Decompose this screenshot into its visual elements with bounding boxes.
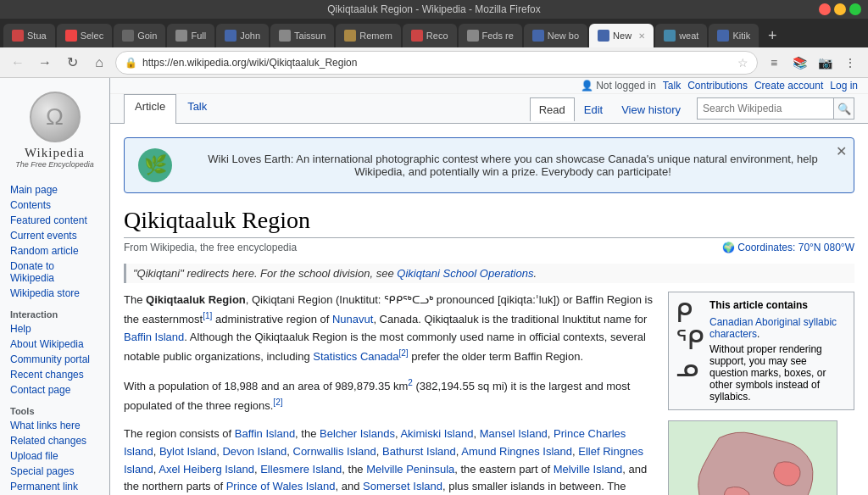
sidebar-item-about[interactable]: About Wikipedia [0, 336, 109, 352]
sidebar-item-contact[interactable]: Contact page [0, 382, 109, 398]
from-text: From Wikipedia, the free encyclopedia [124, 242, 297, 253]
link-baffin[interactable]: Baffin Island [235, 427, 295, 440]
map-svg: Nunavut / Canada [669, 420, 837, 495]
sidebar-item-special-pages[interactable]: Special pages [0, 464, 109, 479]
link-nunavut[interactable]: Nunavut [332, 313, 373, 325]
sidebar-item-help[interactable]: Help [0, 321, 109, 336]
address-text: https://en.wikipedia.org/wiki/Qikiqtaalu… [142, 57, 732, 69]
tab-favicon [122, 30, 134, 42]
tab-label: New bo [548, 31, 579, 41]
search-button[interactable]: 🔍 [833, 98, 854, 119]
link-ellesmere[interactable]: Ellesmere Island [260, 463, 342, 476]
link-devon[interactable]: Devon Island [222, 445, 287, 458]
link-syllabics[interactable]: Canadian Aboriginal syllabic characters [709, 316, 837, 340]
browser-tabs: Stua Selec Goin Full John Taissun Remem … [0, 19, 868, 47]
sidebar-item-upload[interactable]: Upload file [0, 448, 109, 464]
sidebar-item-what-links[interactable]: What links here [0, 418, 109, 433]
link-baffin-island[interactable]: Baffin Island [124, 331, 184, 343]
tab-view-history[interactable]: View history [612, 97, 690, 121]
sidebar-item-permanent-link[interactable]: Permanent link [0, 479, 109, 494]
tab-label: Remem [359, 31, 392, 41]
tab-goin[interactable]: Goin [114, 24, 165, 47]
tab-favicon [344, 30, 356, 42]
tab-label: Reco [426, 31, 448, 41]
menu-icon[interactable]: ≡ [763, 52, 785, 74]
search-input[interactable] [698, 98, 833, 119]
article-tabs: Article Talk Read Edit View history 🔍 [110, 94, 868, 124]
bookmark-icon[interactable]: ☆ [737, 56, 748, 70]
sidebar-item-community[interactable]: Community portal [0, 352, 109, 367]
tab-full[interactable]: Full [167, 24, 214, 47]
link-statistics-canada[interactable]: Statistics Canada [313, 350, 398, 363]
tab-label: weat [679, 31, 698, 41]
sidebar-item-main-page[interactable]: Main page [0, 182, 109, 197]
new-tab-button[interactable]: + [760, 24, 784, 47]
address-bar[interactable]: 🔒 https://en.wikipedia.org/wiki/Qikiqtaa… [115, 51, 758, 75]
paragraph-2: With a population of 18,988 and an area … [124, 376, 654, 415]
sidebar-item-store[interactable]: Wikipedia store [0, 286, 109, 301]
tab-article[interactable]: Article [124, 94, 176, 124]
article-text: The Qikiqtaaluk Region, Qikiqtani Region… [124, 292, 654, 495]
not-logged-in: 👤 Not logged in [581, 80, 656, 92]
sidebar-item-random[interactable]: Random article [0, 243, 109, 259]
home-button[interactable]: ⌂ [88, 52, 110, 74]
link-bylot[interactable]: Bylot Island [159, 445, 216, 458]
tab-john[interactable]: John [216, 24, 269, 47]
tab-selec[interactable]: Selec [57, 24, 113, 47]
sidebar-item-recent-changes[interactable]: Recent changes [0, 367, 109, 382]
tab-newbo[interactable]: New bo [524, 24, 587, 47]
link-melville-island[interactable]: Melville Island [554, 463, 623, 476]
link-bathurst[interactable]: Bathurst Island [382, 445, 456, 458]
tab-weat[interactable]: weat [655, 24, 707, 47]
notice-close-button[interactable]: ✕ [836, 143, 847, 159]
tab-read[interactable]: Read [530, 97, 575, 121]
screenshot-icon[interactable]: 📷 [814, 52, 836, 74]
contributions-link[interactable]: Contributions [687, 80, 748, 92]
tab-stua[interactable]: Stua [3, 24, 55, 47]
minimize-window-button[interactable] [834, 3, 846, 15]
paragraph-1: The Qikiqtaaluk Region, Qikiqtani Region… [124, 292, 654, 366]
tab-favicon [598, 30, 609, 42]
link-axel[interactable]: Axel Heiberg Island [159, 463, 254, 476]
link-melville-peninsula[interactable]: Melville Peninsula [366, 463, 454, 476]
wiki-globe [30, 92, 81, 142]
tab-kitik[interactable]: Kitik [709, 24, 759, 47]
interaction-title: Interaction [0, 308, 109, 321]
search-box: 🔍 [697, 97, 854, 120]
tab-new-active[interactable]: New ✕ [589, 24, 654, 47]
log-in-link[interactable]: Log in [830, 80, 858, 92]
sidebar-item-current-events[interactable]: Current events [0, 228, 109, 243]
notice-box: 🌿 Wiki Loves Earth: An international pho… [124, 137, 854, 193]
link-somerset[interactable]: Somerset Island [363, 480, 442, 492]
tab-reco[interactable]: Reco [403, 24, 457, 47]
link-cornwallis[interactable]: Cornwallis Island [293, 445, 376, 458]
link-amund[interactable]: Amund Ringnes Island [461, 445, 572, 458]
link-akimiski[interactable]: Akimiski Island [400, 427, 473, 440]
tab-remem[interactable]: Remem [336, 24, 401, 47]
forward-button[interactable]: → [34, 52, 56, 74]
sidebar-item-featured[interactable]: Featured content [0, 213, 109, 228]
tab-talk[interactable]: Talk [176, 94, 218, 124]
tab-favicon [175, 30, 187, 42]
talk-link[interactable]: Talk [663, 80, 681, 92]
tab-feds[interactable]: Feds re [459, 24, 522, 47]
back-button[interactable]: ← [7, 52, 29, 74]
create-account-link[interactable]: Create account [754, 80, 823, 92]
redirect-link[interactable]: Qikiqtani School Operations [397, 267, 533, 280]
bookmarks-icon[interactable]: 📚 [788, 52, 810, 74]
sidebar-item-donate[interactable]: Donate to Wikipedia [0, 259, 109, 286]
tab-taissun[interactable]: Taissun [270, 24, 334, 47]
maximize-window-button[interactable] [849, 3, 861, 15]
more-icon[interactable]: ⋮ [839, 52, 861, 74]
sidebar-item-contents[interactable]: Contents [0, 197, 109, 213]
article-title: Qikiqtaaluk Region [124, 207, 854, 238]
link-prince-wales[interactable]: Prince of Wales Island [226, 480, 336, 492]
link-belcher[interactable]: Belcher Islands [320, 427, 395, 440]
close-window-button[interactable] [819, 3, 831, 15]
sidebar-item-related-changes[interactable]: Related changes [0, 433, 109, 448]
tab-edit[interactable]: Edit [575, 97, 612, 121]
link-mansel[interactable]: Mansel Island [480, 427, 548, 440]
article-layout: The Qikiqtaaluk Region, Qikiqtani Region… [124, 292, 854, 495]
tab-close-icon[interactable]: ✕ [638, 31, 645, 41]
reload-button[interactable]: ↻ [61, 52, 83, 74]
